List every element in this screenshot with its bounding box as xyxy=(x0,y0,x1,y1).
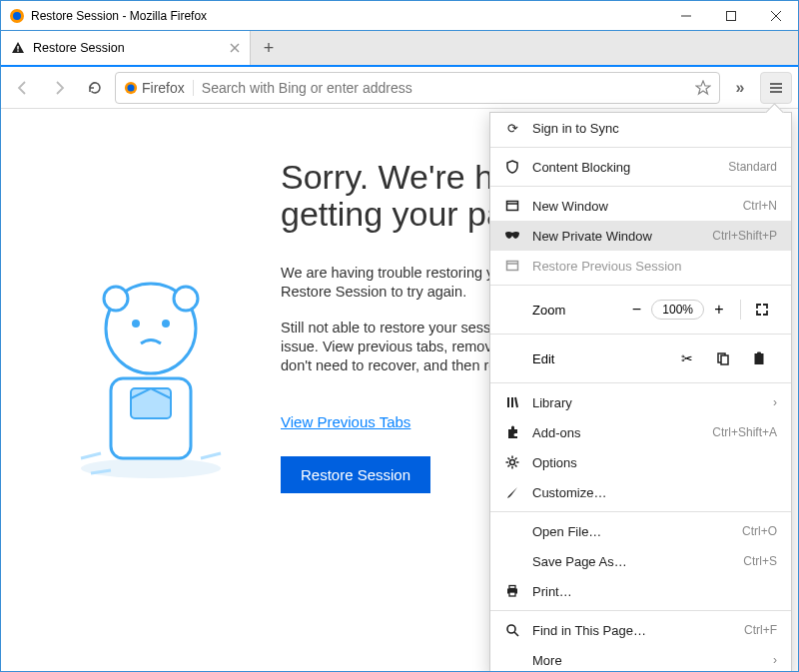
tab-restore-session[interactable]: Restore Session xyxy=(1,31,251,65)
menu-new-window[interactable]: New Window Ctrl+N xyxy=(490,191,791,221)
svg-rect-7 xyxy=(17,50,18,51)
svg-point-15 xyxy=(81,458,221,478)
firefox-icon xyxy=(9,8,25,24)
menu-find-in-page[interactable]: Find in This Page… Ctrl+F xyxy=(490,615,791,645)
bookmark-star-icon[interactable] xyxy=(695,80,711,96)
app-menu-button[interactable] xyxy=(760,72,792,104)
menu-print[interactable]: Print… xyxy=(490,576,791,606)
menu-separator xyxy=(490,511,791,512)
svg-rect-30 xyxy=(757,352,761,355)
menu-addons[interactable]: Add-ons Ctrl+Shift+A xyxy=(490,417,791,447)
menu-sign-in-sync[interactable]: ⟳ Sign in to Sync xyxy=(490,113,791,143)
address-bar[interactable]: Firefox xyxy=(115,72,720,104)
zoom-out-button[interactable]: − xyxy=(621,295,651,325)
app-menu: ⟳ Sign in to Sync Content Blocking Stand… xyxy=(489,112,792,672)
sad-bear-illustration xyxy=(61,259,241,488)
puzzle-icon xyxy=(504,425,520,439)
menu-edit-row: Edit ✂ xyxy=(490,338,791,378)
svg-rect-43 xyxy=(509,586,515,589)
url-input[interactable] xyxy=(202,80,695,96)
chevron-right-icon: › xyxy=(773,653,777,667)
menu-separator xyxy=(490,610,791,611)
chevron-right-icon: › xyxy=(773,395,777,409)
shield-icon xyxy=(504,160,520,174)
svg-rect-22 xyxy=(131,388,171,418)
warning-icon xyxy=(11,41,25,55)
paste-button[interactable] xyxy=(741,351,777,365)
svg-point-19 xyxy=(174,287,198,311)
sync-icon: ⟳ xyxy=(504,121,520,136)
overflow-button[interactable]: » xyxy=(724,72,756,104)
maximize-button[interactable] xyxy=(708,1,753,30)
svg-point-11 xyxy=(128,84,135,91)
copy-button[interactable] xyxy=(705,351,741,365)
fullscreen-button[interactable] xyxy=(747,295,777,325)
menu-separator xyxy=(490,382,791,383)
divider xyxy=(740,300,741,320)
paintbrush-icon xyxy=(504,485,520,499)
svg-rect-23 xyxy=(507,202,518,211)
identity-box[interactable]: Firefox xyxy=(124,80,194,96)
zoom-label: Zoom xyxy=(504,303,621,318)
view-previous-tabs-link[interactable]: View Previous Tabs xyxy=(281,413,410,430)
reload-button[interactable] xyxy=(79,72,111,104)
menu-content-blocking[interactable]: Content Blocking Standard xyxy=(490,152,791,182)
menu-customize[interactable]: Customize… xyxy=(490,477,791,507)
tab-label: Restore Session xyxy=(33,41,230,55)
restore-icon xyxy=(504,259,520,273)
menu-new-private-window[interactable]: New Private Window Ctrl+Shift+P xyxy=(490,221,791,251)
menu-open-file[interactable]: Open File… Ctrl+O xyxy=(490,516,791,546)
title-bar: Restore Session - Mozilla Firefox xyxy=(1,1,798,31)
svg-line-47 xyxy=(514,632,518,636)
zoom-in-button[interactable]: + xyxy=(704,295,734,325)
gear-icon xyxy=(504,455,520,469)
new-tab-button[interactable]: + xyxy=(251,31,287,65)
nav-toolbar: Firefox » xyxy=(1,67,798,109)
menu-library[interactable]: Library › xyxy=(490,387,791,417)
svg-point-1 xyxy=(13,12,21,20)
back-button[interactable] xyxy=(7,72,39,104)
zoom-value[interactable]: 100% xyxy=(651,300,704,320)
svg-point-20 xyxy=(132,320,140,328)
menu-options[interactable]: Options xyxy=(490,447,791,477)
menu-restore-previous-session[interactable]: Restore Previous Session xyxy=(490,251,791,281)
svg-point-46 xyxy=(507,625,515,633)
window-title: Restore Session - Mozilla Firefox xyxy=(31,9,663,23)
library-icon xyxy=(504,395,520,409)
svg-rect-6 xyxy=(17,46,18,50)
svg-rect-28 xyxy=(721,355,728,364)
menu-separator xyxy=(490,147,791,148)
menu-more[interactable]: More › xyxy=(490,645,791,672)
svg-point-18 xyxy=(104,287,128,311)
search-icon xyxy=(504,623,520,637)
menu-separator xyxy=(490,334,791,335)
svg-point-21 xyxy=(162,320,170,328)
tab-strip: Restore Session + xyxy=(1,31,798,67)
svg-line-42 xyxy=(508,465,510,467)
brand-label: Firefox xyxy=(142,80,185,96)
cut-button[interactable]: ✂ xyxy=(669,350,705,366)
svg-point-34 xyxy=(510,460,515,465)
close-button[interactable] xyxy=(753,1,798,30)
tab-close-icon[interactable] xyxy=(230,43,240,53)
menu-zoom-row: Zoom − 100% + xyxy=(490,290,791,330)
svg-line-39 xyxy=(508,458,510,460)
svg-line-40 xyxy=(515,465,517,467)
svg-line-41 xyxy=(515,458,517,460)
svg-rect-25 xyxy=(507,262,518,271)
window-controls xyxy=(663,1,798,30)
svg-rect-29 xyxy=(755,353,764,364)
minimize-button[interactable] xyxy=(663,1,708,30)
restore-session-button[interactable]: Restore Session xyxy=(281,456,430,493)
menu-separator xyxy=(490,186,791,187)
edit-label: Edit xyxy=(504,351,669,366)
mask-icon xyxy=(504,231,520,241)
menu-save-page-as[interactable]: Save Page As… Ctrl+S xyxy=(490,546,791,576)
svg-line-33 xyxy=(515,397,517,407)
window-icon xyxy=(504,199,520,213)
firefox-icon xyxy=(124,81,138,95)
svg-rect-45 xyxy=(509,592,515,596)
forward-button[interactable] xyxy=(43,72,75,104)
printer-icon xyxy=(504,584,520,598)
svg-rect-3 xyxy=(726,11,735,20)
